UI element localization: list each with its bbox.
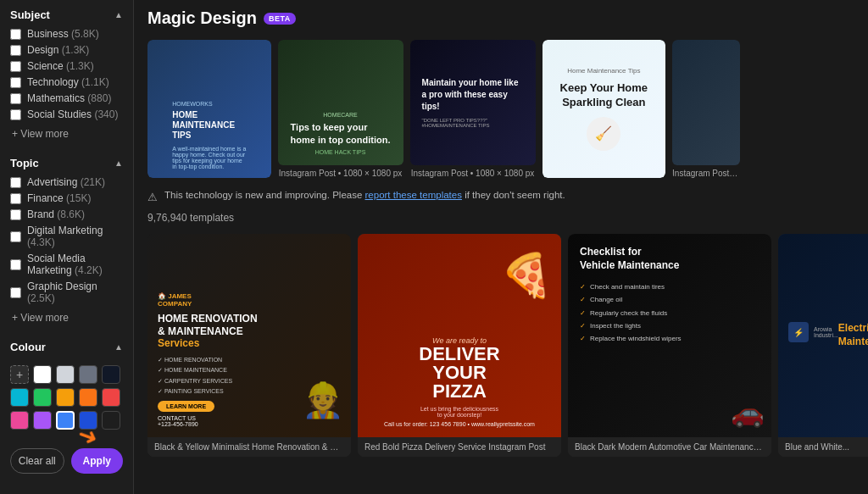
grid-card-label-renovation: Black & Yellow Minimalist Home Renovatio… [147, 437, 351, 457]
colour-gray[interactable] [79, 365, 97, 384]
topic-view-more[interactable]: + View more [10, 308, 123, 324]
template-card-sparkling[interactable]: Home Maintenance Tips Keep Your HomeSpar… [542, 40, 666, 178]
filter-finance[interactable]: Finance (15K) [10, 192, 123, 204]
pizza-phone: Call us for order: 123 456 7890 • www.re… [368, 421, 551, 427]
filter-design-checkbox[interactable] [10, 45, 21, 56]
electric-logo: ⚡ ArowiaIndustri... [788, 322, 838, 342]
sidebar-footer: Clear all Apply [0, 440, 133, 479]
colour-chevron-icon: ▲ [114, 342, 123, 352]
subject-section: Subject ▲ Business (5.8K) Design (1.3K) … [0, 0, 133, 145]
filter-social-studies[interactable]: Social Studies (340) [10, 108, 123, 120]
template-label-5: Instagram Post • 1080 × … [672, 169, 740, 178]
colour-red[interactable] [102, 388, 120, 407]
sparkling-title: Keep Your HomeSparkling Clean [560, 81, 648, 110]
colour-pink[interactable] [10, 411, 29, 430]
template-card-homeworks[interactable]: HOMEWORKS HOMEMAINTENANCETIPS A well-mai… [147, 40, 271, 178]
top-template-row: HOMEWORKS HOMEMAINTENANCETIPS A well-mai… [134, 33, 868, 185]
apply-button[interactable]: Apply [71, 448, 124, 474]
grid-card-vehicle[interactable]: Checklist forVehicle Maintenance ✓ Check… [568, 234, 771, 457]
filter-digital-marketing[interactable]: Digital Marketing (4.3K) [10, 225, 123, 248]
filter-business-checkbox[interactable] [10, 29, 21, 40]
filter-technology[interactable]: Technology (1.1K) [10, 76, 123, 88]
template-label-2: Instagram Post • 1080 × 1080 px [278, 169, 403, 178]
maintain-sub: "DONE LEFT PRO TIPS???"#HOMEMAINTENANCE … [422, 118, 490, 128]
filter-business[interactable]: Business (5.8K) [10, 28, 123, 40]
notice-bar: ⚠ This technology is new and improving. … [134, 185, 868, 208]
colour-dark-blue[interactable] [79, 411, 97, 430]
filter-social-media-marketing-checkbox[interactable] [10, 259, 21, 270]
renovation-company: 🏠 JAMESCOMPANY [158, 292, 258, 308]
car-icon: 🚗 [731, 397, 765, 429]
pizza-sub: Let us bring the deliciousnessto your do… [368, 406, 551, 418]
colour-green[interactable] [33, 388, 52, 407]
pizza-title: DELIVERYOURPIZZA [368, 345, 551, 401]
filter-science-checkbox[interactable] [10, 61, 21, 72]
filter-brand[interactable]: Brand (8.6K) [10, 208, 123, 220]
clear-all-button[interactable]: Clear all [10, 448, 64, 474]
filter-mathematics-checkbox[interactable] [10, 93, 21, 104]
tips-title: Tips to keep yourhome in top condition. [291, 121, 391, 146]
topic-section: Topic ▲ Advertising (21K) Finance (15K) … [0, 148, 133, 329]
main-content: Magic Design BETA HOMEWORKS HOMEMAINTENA… [134, 0, 868, 494]
add-colour-button[interactable]: + [10, 365, 29, 384]
colour-very-dark[interactable] [102, 411, 120, 430]
colour-amber[interactable] [56, 388, 75, 407]
electric-title: ElectriMainte... [838, 322, 868, 348]
grid-card-label-electric: Blue and White... [778, 437, 868, 457]
colour-black[interactable] [102, 365, 120, 384]
bottom-template-grid: 🏠 JAMESCOMPANY HOME RENOVATION& MAINTENA… [134, 230, 868, 470]
topic-chevron-icon: ▲ [114, 158, 123, 168]
filter-advertising-checkbox[interactable] [10, 177, 21, 188]
page-title: Magic Design [147, 8, 257, 28]
sidebar: Subject ▲ Business (5.8K) Design (1.3K) … [0, 0, 134, 494]
renovation-services: ✓ HOME RENOVATION ✓ HOME MAINTENANCE ✓ C… [158, 355, 258, 397]
filter-graphic-design[interactable]: Graphic Design (2.5K) [10, 280, 123, 304]
colour-title[interactable]: Colour ▲ [10, 341, 123, 353]
template-card-maintain[interactable]: Maintain your home likea pro with these … [410, 40, 536, 178]
renovation-contact: CONTACT US+123-456-7890 [158, 415, 258, 427]
filter-design[interactable]: Design (1.3K) [10, 44, 123, 56]
sparkling-tag: Home Maintenance Tips [567, 67, 640, 75]
filter-brand-checkbox[interactable] [10, 209, 21, 220]
pizza-icon: 🍕 [500, 251, 553, 300]
tips-tag: HOMECARE [323, 112, 357, 118]
report-templates-link[interactable]: report these templates [365, 190, 462, 200]
subject-view-more[interactable]: + View more [10, 125, 123, 140]
filter-social-media-marketing[interactable]: Social Media Marketing (4.2K) [10, 253, 123, 276]
hw-tag: HOMEWORKS [172, 101, 246, 107]
filter-science[interactable]: Science (1.3K) [10, 60, 123, 72]
grid-card-pizza[interactable]: We are ready to DELIVERYOURPIZZA Let us … [358, 234, 561, 457]
filter-technology-checkbox[interactable] [10, 77, 21, 88]
template-card-tips[interactable]: HOMECARE Tips to keep yourhome in top co… [278, 40, 403, 178]
notice-icon: ⚠ [147, 191, 158, 203]
hw-sub: A well-maintained home is ahappy home. C… [172, 146, 246, 169]
colour-blue[interactable] [56, 411, 75, 430]
filter-mathematics[interactable]: Mathematics (880) [10, 92, 123, 104]
template-card-partial[interactable]: Instagram Post • 1080 × … [672, 40, 740, 178]
colour-light-gray[interactable] [56, 365, 75, 384]
sparkling-icon: 🧹 [587, 117, 620, 151]
grid-card-label-vehicle: Black Dark Modern Automotive Car Mainten… [568, 437, 771, 457]
content-header: Magic Design BETA [134, 0, 868, 33]
colour-section: Colour ▲ + [0, 332, 133, 440]
subject-title[interactable]: Subject ▲ [10, 8, 123, 21]
renovation-cta[interactable]: LEARN MORE [158, 401, 214, 412]
colour-orange[interactable] [79, 388, 97, 407]
filter-social-studies-checkbox[interactable] [10, 109, 21, 120]
worker-icon: 👷 [302, 380, 344, 420]
filter-digital-marketing-checkbox[interactable] [10, 231, 21, 242]
grid-card-label-pizza: Red Bold Pizza Delivery Service Instagra… [358, 437, 561, 457]
filter-graphic-design-checkbox[interactable] [10, 287, 21, 298]
grid-card-renovation[interactable]: 🏠 JAMESCOMPANY HOME RENOVATION& MAINTENA… [147, 234, 351, 457]
topic-title[interactable]: Topic ▲ [10, 157, 123, 169]
subject-chevron-icon: ▲ [114, 10, 123, 19]
colour-purple[interactable] [33, 411, 52, 430]
template-count: 9,76,940 templates [134, 208, 868, 230]
filter-advertising[interactable]: Advertising (21K) [10, 176, 123, 188]
tips-sub: HOME HACK TIPS [315, 149, 366, 155]
colour-cyan[interactable] [10, 388, 29, 407]
colour-white[interactable] [33, 365, 52, 384]
filter-finance-checkbox[interactable] [10, 193, 21, 204]
grid-card-electric[interactable]: ⚡ ArowiaIndustri... ElectriMainte... ① S… [778, 234, 868, 457]
colour-grid: + [10, 360, 123, 435]
